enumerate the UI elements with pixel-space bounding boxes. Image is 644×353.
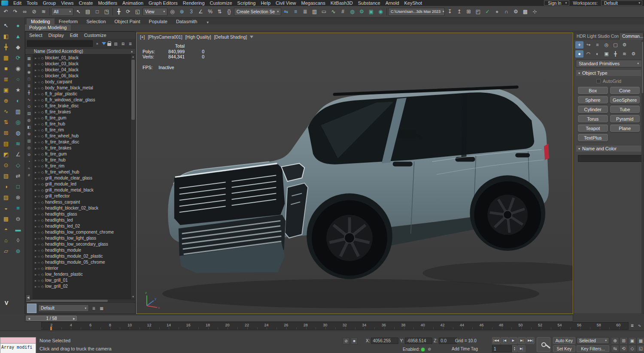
maximize-viewport-icon[interactable]: ◱ bbox=[637, 345, 644, 352]
left-toolbar-icon[interactable]: ↖ bbox=[1, 21, 11, 30]
x-coordinate-field[interactable]: 4056.255 bbox=[371, 338, 398, 344]
left-toolbar-icon[interactable]: ◧ bbox=[1, 31, 11, 41]
visibility-icon[interactable] bbox=[38, 85, 40, 90]
visibility-icon[interactable] bbox=[38, 116, 40, 120]
visibility-icon[interactable] bbox=[38, 134, 40, 138]
left-toolbar-icon[interactable]: ◉ bbox=[13, 64, 23, 73]
explorer-tool-icon[interactable]: ◧ bbox=[26, 124, 32, 130]
viewport[interactable]: [+] [PhysCamera001] [High Quality] [Defa… bbox=[136, 33, 573, 314]
named-selection-sets-icon[interactable]: {} bbox=[225, 7, 234, 16]
left-toolbar-icon[interactable]: ⊖ bbox=[13, 214, 23, 223]
explorer-tool-icon[interactable]: ╋ bbox=[26, 90, 32, 96]
expand-caret-icon[interactable] bbox=[35, 103, 36, 108]
primitive-button[interactable]: Pyramid bbox=[610, 115, 640, 122]
visibility-icon[interactable] bbox=[38, 67, 40, 72]
expand-caret-icon[interactable] bbox=[35, 116, 36, 120]
explorer-search-input[interactable] bbox=[27, 40, 93, 47]
grid-display-icon[interactable]: ▩ bbox=[521, 7, 530, 16]
visibility-icon[interactable] bbox=[38, 146, 40, 150]
visibility-icon[interactable] bbox=[38, 218, 40, 222]
open-mini-track-icon[interactable]: ≣ bbox=[629, 323, 635, 329]
menu-item[interactable]: Rendering bbox=[180, 0, 207, 6]
left-toolbar-icon[interactable]: ■ bbox=[1, 64, 11, 73]
visibility-icon[interactable] bbox=[38, 188, 40, 192]
panel-scrollbar[interactable] bbox=[641, 40, 644, 313]
left-toolbar-icon[interactable]: ▦ bbox=[1, 53, 11, 62]
ribbon-tab[interactable]: Selection bbox=[82, 18, 110, 24]
rectangular-selection-region-icon[interactable]: □ bbox=[93, 7, 102, 16]
ribbon-tab[interactable]: Object Paint bbox=[110, 18, 145, 24]
scene-object-row[interactable]: fr_tire_brake_disc bbox=[33, 139, 131, 145]
left-toolbar-icon[interactable]: ★ bbox=[13, 85, 23, 94]
lights-category-icon[interactable]: ◐ bbox=[593, 50, 601, 58]
autogrid-checkbox[interactable] bbox=[596, 79, 601, 83]
reference-coordinate-dropdown[interactable]: View bbox=[143, 8, 167, 16]
primitive-button[interactable]: Torus bbox=[578, 115, 608, 122]
scrollbar-thumb[interactable] bbox=[131, 60, 135, 120]
primitive-button[interactable]: Teapot bbox=[578, 125, 608, 132]
track-bar[interactable]: 2468101214161820222426283032343638404244… bbox=[41, 322, 629, 330]
rendered-frame-window-icon[interactable]: ▣ bbox=[367, 7, 376, 16]
expand-caret-icon[interactable] bbox=[35, 278, 36, 283]
key-selection-dropdown[interactable]: Selected bbox=[577, 337, 609, 344]
explorer-tool-icon[interactable]: ◉ bbox=[26, 69, 32, 75]
visibility-icon[interactable] bbox=[38, 122, 40, 126]
left-toolbar-icon[interactable]: ○ bbox=[13, 74, 23, 84]
scene-object-row[interactable]: headlight_blocker_02_black bbox=[33, 205, 131, 211]
visibility-icon[interactable] bbox=[38, 212, 40, 216]
expand-caret-icon[interactable] bbox=[35, 218, 36, 222]
left-toolbar-icon[interactable]: ⌂ bbox=[1, 235, 11, 245]
current-frame-field[interactable]: 1 bbox=[492, 345, 512, 352]
menu-item[interactable]: Graph Editors bbox=[146, 0, 180, 6]
visibility-icon[interactable] bbox=[38, 200, 40, 204]
modify-tab-icon[interactable]: ↪ bbox=[584, 41, 592, 49]
expand-caret-icon[interactable] bbox=[35, 158, 36, 162]
visibility-icon[interactable] bbox=[38, 61, 40, 66]
expand-caret-icon[interactable] bbox=[35, 122, 36, 126]
3dsmax-logo-icon[interactable] bbox=[1, 0, 8, 6]
selection-filter-dropdown[interactable]: All bbox=[51, 8, 73, 16]
expand-caret-icon[interactable] bbox=[35, 152, 36, 156]
explorer-tool-icon[interactable]: ⊕ bbox=[26, 131, 32, 137]
viewport-pov-menu[interactable]: [PhysCamera001] bbox=[148, 35, 182, 40]
field-of-view-icon[interactable]: ◇ bbox=[628, 345, 636, 352]
primitive-button[interactable]: Plane bbox=[610, 125, 640, 132]
left-toolbar-icon[interactable]: ◑ bbox=[1, 182, 11, 191]
scene-object-row[interactable]: low_fenders_plastic bbox=[33, 271, 131, 277]
scene-object-row[interactable]: fl_fr_windows_clear_glass bbox=[33, 97, 131, 103]
time-slider-handle[interactable]: ◀ 1 / 58 ▶ bbox=[26, 316, 77, 321]
explorer-tool-icon[interactable]: ≈ bbox=[26, 165, 32, 171]
schematic-view-icon[interactable]: # bbox=[338, 7, 347, 16]
viewport-filter-icon[interactable] bbox=[250, 36, 253, 40]
explorer-hscrollbar[interactable] bbox=[25, 299, 135, 302]
primitive-button[interactable]: Cone bbox=[610, 87, 640, 94]
scene-object-row[interactable]: fl_tire_rim bbox=[33, 127, 131, 133]
listener-line[interactable]: Array modifi bbox=[0, 344, 36, 353]
left-toolbar-icon[interactable]: □ bbox=[13, 182, 23, 191]
snaps-toggle-icon[interactable]: 3 bbox=[187, 7, 196, 16]
scene-object-row[interactable]: headlights_low_secondary_glass bbox=[33, 241, 131, 247]
left-toolbar-icon[interactable]: ≡ bbox=[13, 203, 23, 213]
left-toolbar-icon[interactable]: ∠ bbox=[13, 149, 23, 159]
expand-caret-icon[interactable] bbox=[35, 176, 36, 180]
menu-item[interactable]: Create bbox=[76, 0, 95, 6]
mini-curve-editor-icon[interactable]: ∿ bbox=[636, 323, 643, 329]
magnet-snap-icon[interactable]: ∩ bbox=[502, 7, 511, 16]
cameras-category-icon[interactable]: ▣ bbox=[602, 50, 611, 58]
explorer-tool-icon[interactable]: ∿ bbox=[26, 97, 32, 103]
expand-caret-icon[interactable] bbox=[35, 248, 36, 253]
left-toolbar-icon[interactable]: ▲ bbox=[13, 31, 23, 41]
left-toolbar-icon[interactable]: ⊞ bbox=[1, 128, 11, 137]
help-pin-icon[interactable]: ⊹ bbox=[530, 7, 539, 16]
ribbon-tab[interactable]: Populate bbox=[144, 18, 171, 24]
toggle-layer-explorer-icon[interactable]: ▥ bbox=[310, 7, 319, 16]
primitive-category-dropdown[interactable]: Standard Primitives bbox=[576, 60, 642, 67]
expand-caret-icon[interactable] bbox=[35, 260, 36, 265]
scene-object-row[interactable]: fl_tire_hub bbox=[33, 121, 131, 127]
visibility-icon[interactable] bbox=[38, 194, 40, 198]
zoom-extents-icon[interactable]: ▣ bbox=[628, 337, 636, 344]
scene-object-row[interactable]: interior bbox=[33, 265, 131, 271]
menu-item[interactable]: Modifiers bbox=[95, 0, 120, 6]
visibility-icon[interactable] bbox=[38, 278, 40, 283]
undo-icon[interactable]: ↶ bbox=[1, 7, 10, 16]
